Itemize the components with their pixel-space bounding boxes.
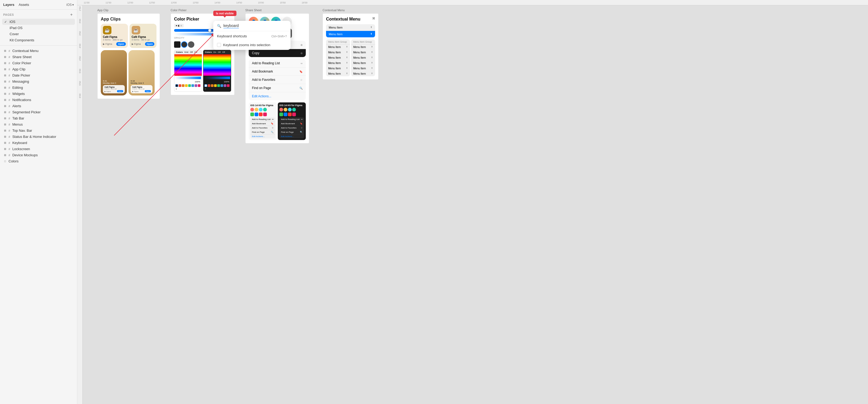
page-name-cover: Cover [9,32,19,36]
layer-item-notifications[interactable]: ⊞ # Notifications [1,97,76,103]
kit-card-dark: iOS 14 Kit for Figma [278,102,306,140]
layer-item-tab-bar[interactable]: ⊞ # Tab Bar [1,115,76,121]
slider-thumb [208,29,211,32]
frame-icon: ⊞ [3,49,7,53]
cafe-icon-1: ☕ [103,26,112,34]
action-favorites-label: Add to Favorites [252,78,275,82]
check-icon: ✓ [4,20,8,24]
layer-item-messaging[interactable]: ⊞ # Messaging [1,79,76,85]
layer-item-keyboard[interactable]: ⊞ # Keyboard [1,140,76,146]
action-reading-label: Add to Reading List [252,61,280,65]
frame-icon-device: ⊞ [3,153,7,157]
contextual-menu-label: Contextual Menu [322,8,345,12]
action-copy-dark: Copy ⊕ [249,49,306,57]
action-favorites: Add to Favorites ☆ [249,76,306,84]
tab-layers[interactable]: Layers [3,2,14,7]
page-item-kit[interactable]: Kit Components [2,37,75,43]
app-clip-card-2: ☕ Café Figma 3 items · $$ to go ▶ Figma … [130,24,157,48]
layer-item-app-clip[interactable]: ⊞ # App Clip [1,66,76,72]
layer-item-contextual-menu[interactable]: ⊞ # Contextual Menu [1,48,76,54]
menu-items-light: Menu Item⬆ Menu Item⬆ [326,24,375,37]
app-clips-frame: App Clip App Clips ☕ Café Figma 3 items … [97,13,160,99]
canvas-scroll-area[interactable]: App Clip App Clips ☕ Café Figma 3 items … [83,5,868,404]
phone-light: 9:18 Monday, June 3 Café Figma 3 items ·… [128,50,155,95]
search-value[interactable]: keyboard [223,24,239,28]
contextual-menu-frame: Contextual Menu Contextual Menu ⌘ Menu I… [322,13,378,80]
card1-name: Café Figma [103,35,126,38]
contextual-menu-header: Contextual Menu ⌘ [326,17,375,22]
layer-item-top-nav[interactable]: ⊞ # Top Nav. Bar [1,127,76,134]
action-find-label: Find on Page [252,86,271,90]
canvas-inner: App Clip App Clips ☕ Café Figma 3 items … [83,5,616,325]
layer-item-widgets[interactable]: ⊞ # Widgets [1,91,76,97]
page-item-ipad[interactable]: iPad OS [2,25,75,31]
add-page-button[interactable]: + [69,12,74,17]
layer-name-keyboard: Keyboard [12,141,27,145]
menu-col-left: Menu Item Group Menu Item⬆ Menu Item⬆ Me… [326,39,350,76]
layer-name-device-mockups: Device Mockups [12,153,38,157]
action-edit[interactable]: Edit Actions... [249,92,306,100]
ruler-left: 2'50 3'00 3'50 4'00 4'50 5'00 5'50 6'00 [77,5,83,404]
layer-item-device-mockups[interactable]: ⊞ # Device Mockups [1,152,76,158]
frame-icon-status: ⊞ [3,135,7,139]
layer-name-menus: Menus [12,122,23,126]
layer-item-editing[interactable]: ⊞ # Editing [1,85,76,91]
layer-item-menus[interactable]: ⊞ # Menus [1,121,76,127]
page-item-ios[interactable]: ✓ iOS [2,19,75,25]
frame-icon-date: ⊞ [3,73,7,77]
search-result-1[interactable]: Keyboard shortcuts Ctrl+Shift+? [213,32,290,40]
frame-icon-lock: ⊞ [3,147,7,151]
ruler-marks: 11'00 11'50 12'00 12'50 13'00 13'50 14'0… [84,1,307,4]
ios-dropdown[interactable]: iOS ▾ [66,3,74,7]
result-1-label: Keyboard shortcuts [217,34,247,38]
layer-item-segmented[interactable]: ⊞ # Segmented Picker [1,109,76,115]
not-visible-tooltip: Is not visible [213,11,237,16]
canvas-body: 2'50 3'00 3'50 4'00 4'50 5'00 5'50 6'00 … [77,5,868,404]
layer-name-status-bar: Status Bar & Home Indicator [12,135,56,139]
menu-item-row: Menu Item⬆ [326,24,375,31]
app-clips-frame-label: App Clip [97,8,108,12]
swatches-row-dark: + [204,84,231,91]
checkbox-unchecked [217,43,221,47]
square-icon: □ [3,159,7,163]
menu-two-col: Menu Item Group Menu Item⬆ Menu Item⬆ Me… [326,39,375,76]
layer-name-app-clip: App Clip [12,67,25,71]
swatches-row-light: + [174,84,202,91]
frame-icon-tabbar: ⊞ [3,117,7,120]
search-dropdown: 🔍 keyboard Keyboard shortcuts Ctrl+Shift… [213,21,290,50]
menu-col-right: Menu Item Group Menu Item⬆ Menu Item⬆ Me… [351,39,375,76]
action-reading-list: Add to Reading List ∞ [249,59,306,67]
sidebar-tabs: Layers Assets iOS ▾ [0,0,77,9]
frame-icon-keyboard: ⊞ [3,141,7,145]
phone-mockups: 9:41 Monday, June 3 Café Figma 3 items ·… [101,50,156,95]
layer-item-lockscreen[interactable]: ⊞ # Lockscreen [1,146,76,152]
frame-icon-widgets: ⊞ [3,92,7,96]
panel-dark: Colors On Off Off 100% [203,50,231,92]
color-picker-label: Color Picker [170,8,187,12]
page-name-ios: iOS [9,20,16,24]
layer-item-share-sheet[interactable]: ⊞ # Share Sheet [1,54,76,60]
tooltip-container: Is not visible [213,11,237,18]
ruler-top: 11'00 11'50 12'00 12'50 13'00 13'50 14'0… [77,0,868,5]
layer-item-alerts[interactable]: ⊞ # Alerts [1,103,76,109]
search-result-2[interactable]: Keyboard zooms into selection [213,40,290,49]
layer-name-contextual-menu: Contextual Menu [12,49,38,53]
frame-icon-alerts: ⊞ [3,104,7,108]
layer-name-date-picker: Date Picker [12,73,30,77]
layer-item-colors[interactable]: □ Colors [1,158,76,164]
card1-open-btn[interactable]: Open [116,42,126,46]
action-edit-label: Edit Actions... [252,94,271,98]
tooltip-arrow [223,16,226,18]
page-item-cover[interactable]: Cover [2,31,75,37]
tab-assets[interactable]: Assets [19,2,29,7]
color-panels: Colors Grid Off Off 100% [174,50,231,92]
page-name-ipad: iPad OS [9,26,22,30]
layer-item-date-picker[interactable]: ⊞ # Date Picker [1,72,76,79]
layer-item-color-picker[interactable]: ⊞ # Color Picker [1,60,76,66]
frame-icon-topnav: ⊞ [3,129,7,132]
layer-item-status-bar[interactable]: ⊞ # Status Bar & Home Indicator [1,134,76,140]
layer-name-tab-bar: Tab Bar [12,116,24,120]
opacity-slider-dark [204,76,230,79]
share-sheet-label: Share Sheet [245,8,261,12]
card2-open-btn[interactable]: Open [145,42,154,46]
